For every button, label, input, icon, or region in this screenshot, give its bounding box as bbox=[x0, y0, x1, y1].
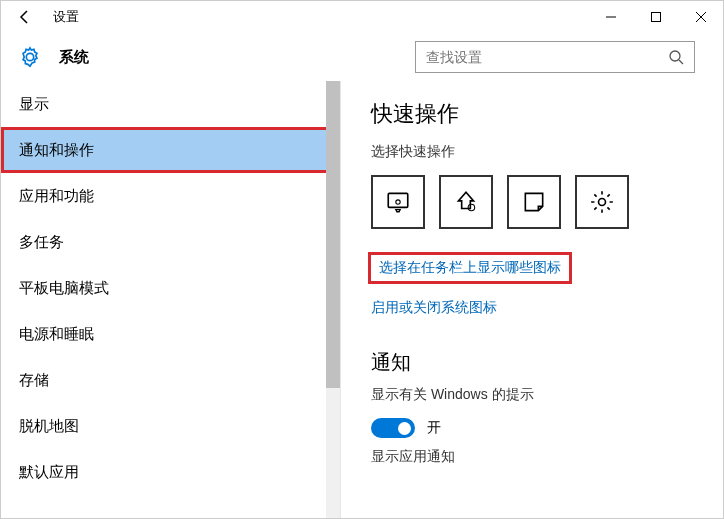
svg-point-2 bbox=[670, 51, 680, 61]
maximize-button[interactable] bbox=[633, 1, 678, 33]
svg-point-7 bbox=[599, 199, 606, 206]
sidebar-item-3[interactable]: 多任务 bbox=[1, 219, 340, 265]
tips-toggle[interactable] bbox=[371, 418, 415, 438]
sidebar-scrollbar[interactable] bbox=[326, 81, 340, 519]
main-panel: 快速操作 选择快速操作 选择在任务栏上显示哪些图标 启用或关闭系统图标 通知 显… bbox=[341, 81, 723, 519]
close-button[interactable] bbox=[678, 1, 723, 33]
svg-rect-1 bbox=[651, 13, 660, 22]
tips-label: 显示有关 Windows 的提示 bbox=[371, 386, 693, 404]
sidebar-item-0[interactable]: 显示 bbox=[1, 81, 340, 127]
minimize-button[interactable] bbox=[588, 1, 633, 33]
svg-point-6 bbox=[468, 204, 475, 211]
svg-point-5 bbox=[396, 200, 400, 204]
connect-tile[interactable] bbox=[439, 175, 493, 229]
note-tile[interactable] bbox=[507, 175, 561, 229]
settings-tile[interactable] bbox=[575, 175, 629, 229]
sidebar-item-7[interactable]: 脱机地图 bbox=[1, 403, 340, 449]
sidebar-item-1[interactable]: 通知和操作 bbox=[1, 127, 340, 173]
sidebar-item-8[interactable]: 默认应用 bbox=[1, 449, 340, 495]
search-input[interactable] bbox=[426, 49, 668, 65]
category-title: 系统 bbox=[59, 48, 89, 67]
sidebar-item-6[interactable]: 存储 bbox=[1, 357, 340, 403]
link-taskbar-icons[interactable]: 选择在任务栏上显示哪些图标 bbox=[371, 255, 569, 281]
link-system-icons[interactable]: 启用或关闭系统图标 bbox=[371, 299, 497, 317]
search-box[interactable] bbox=[415, 41, 695, 73]
back-button[interactable] bbox=[13, 9, 37, 25]
title-bar: 设置 bbox=[1, 1, 723, 33]
quick-actions-heading: 快速操作 bbox=[371, 99, 693, 129]
sidebar-item-2[interactable]: 应用和功能 bbox=[1, 173, 340, 219]
window-controls bbox=[588, 1, 723, 33]
quick-actions-row bbox=[371, 175, 693, 229]
window-title: 设置 bbox=[53, 8, 79, 26]
header: 系统 bbox=[1, 33, 723, 81]
sidebar-item-5[interactable]: 电源和睡眠 bbox=[1, 311, 340, 357]
search-icon bbox=[668, 49, 684, 65]
settings-gear-icon bbox=[19, 46, 41, 68]
tablet-mode-tile[interactable] bbox=[371, 175, 425, 229]
svg-line-3 bbox=[679, 60, 683, 64]
sidebar: 显示通知和操作应用和功能多任务平板电脑模式电源和睡眠存储脱机地图默认应用 bbox=[1, 81, 341, 519]
tips-toggle-state: 开 bbox=[427, 419, 441, 437]
app-notifications-label: 显示应用通知 bbox=[371, 448, 693, 466]
quick-actions-sublabel: 选择快速操作 bbox=[371, 143, 693, 161]
notifications-heading: 通知 bbox=[371, 349, 693, 376]
sidebar-item-4[interactable]: 平板电脑模式 bbox=[1, 265, 340, 311]
